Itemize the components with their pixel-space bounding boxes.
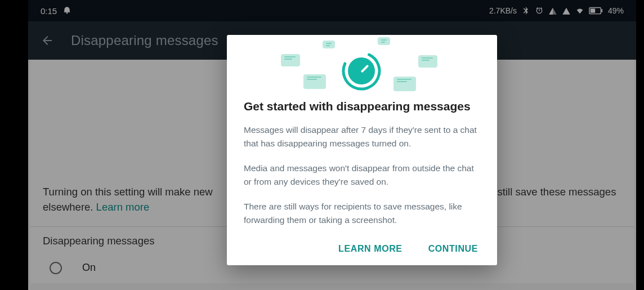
chat-bubble-icon (418, 55, 437, 68)
chat-bubble-icon (303, 74, 326, 89)
dialog-illustration (227, 35, 497, 100)
dialog-paragraph-2: Media and messages won't disappear from … (244, 162, 480, 189)
disappearing-messages-dialog: Get started with disappearing messages M… (227, 35, 497, 265)
dialog-body: Get started with disappearing messages M… (227, 100, 497, 239)
learn-more-button[interactable]: LEARN MORE (338, 244, 402, 254)
dialog-actions: LEARN MORE CONTINUE (227, 239, 497, 263)
chat-bubble-icon (378, 37, 390, 45)
timer-icon (341, 51, 382, 91)
continue-button[interactable]: CONTINUE (428, 244, 478, 254)
dialog-paragraph-1: Messages will disappear after 7 days if … (244, 123, 480, 150)
chat-bubble-icon (393, 77, 416, 91)
dialog-title: Get started with disappearing messages (244, 100, 480, 113)
phone-frame: 0:15 2.7KB/s 49% Disappearing messages T… (28, 0, 636, 290)
dialog-paragraph-3: There are still ways for recipients to s… (244, 200, 480, 227)
chat-bubble-icon (281, 54, 300, 66)
chat-bubble-icon (323, 41, 335, 48)
